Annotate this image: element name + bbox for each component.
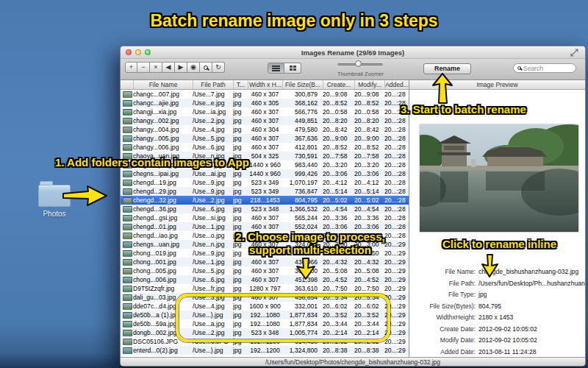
preview-body: File Name: chengde_bishushanzhuang-032.j… xyxy=(409,90,585,357)
toolbar: +−×◀▶◉↻ Thumbnail Zoomer Rename Search xyxy=(121,59,585,80)
column-header[interactable]: T... xyxy=(233,80,248,89)
minimize-window-button[interactable] xyxy=(135,49,141,55)
grid-view-button[interactable] xyxy=(284,63,301,74)
metadata-field[interactable]: File Path: /Users/fun/Desktop/Ph...husha… xyxy=(409,280,585,291)
file-thumbnail-icon xyxy=(123,118,132,124)
file-thumbnail-icon xyxy=(123,241,132,248)
file-thumbnail-icon xyxy=(123,109,132,116)
search-button[interactable] xyxy=(200,62,212,73)
table-row[interactable]: chengd...32.jpg /Use...2.jpg jpg 218...1… xyxy=(121,196,409,205)
metadata-field[interactable]: File Type: jpg xyxy=(409,291,585,302)
table-row[interactable]: D9T5tZzqfr.jpg /Use...fr.jpg jpg 1280 x … xyxy=(121,284,409,293)
file-thumbnail-icon xyxy=(123,312,132,319)
search-input[interactable]: Search xyxy=(513,63,576,73)
table-row[interactable]: chong...005.jpg /Use...5.jpg jpg 460 x 3… xyxy=(121,266,409,275)
slider-knob-icon[interactable] xyxy=(355,60,362,67)
file-thumbnail-icon xyxy=(123,250,132,257)
list-icon xyxy=(272,66,280,71)
column-header[interactable]: Create... xyxy=(323,80,354,89)
arrow-down-icon xyxy=(481,253,499,278)
column-header[interactable]: File Name xyxy=(133,80,193,89)
column-header[interactable]: File Size(B... xyxy=(282,80,323,89)
file-thumbnail-icon xyxy=(123,339,132,345)
preview-button[interactable]: ◉ xyxy=(187,62,200,73)
table-row[interactable]: chengd...gsi.jpg /Use...si.jpg jpg 460 x… xyxy=(121,213,409,222)
table-row[interactable]: chengd...36.jpg /Use...6.jpg jpg 523 x 3… xyxy=(121,205,409,213)
thumbnail-zoomer: Thumbnail Zoomer xyxy=(337,63,383,77)
view-toggle xyxy=(268,63,301,74)
magnifier-icon xyxy=(204,66,208,70)
file-thumbnail-icon xyxy=(123,135,132,142)
table-row[interactable]: chengd...19.jpg /Use...9.jpg jpg 523 x 3… xyxy=(121,178,409,187)
metadata-field[interactable]: Create Date: 2012-09-02 10:05:02 xyxy=(409,325,585,337)
table-header: File NameFile PathT...Width x H...File S… xyxy=(121,80,409,90)
file-thumbnail-icon xyxy=(123,303,132,310)
table-row[interactable]: chengd...29.jpg /Use...9.jpg jpg 523 x 3… xyxy=(121,187,409,196)
close-window-button[interactable] xyxy=(126,49,132,55)
table-row[interactable]: enterd...0(2).jpg /Use...).jpg jpg 192..… xyxy=(121,346,409,355)
search-icon xyxy=(517,66,521,70)
previous-button[interactable]: ◀ xyxy=(162,62,175,73)
list-view-button[interactable] xyxy=(268,63,284,74)
titlebar[interactable]: Images Rename (29/69 Images) xyxy=(121,46,585,59)
table-row[interactable]: changy...006.jpg /Use...6.jpg jpg 460 x … xyxy=(121,143,409,152)
column-header[interactable]: Modify... xyxy=(354,80,384,89)
metadata-field[interactable]: Added Date: 2013-08-11 11:24:28 xyxy=(409,348,585,360)
annotation-inline: Click to rename inline xyxy=(442,238,556,250)
metadata-field[interactable]: File Size(Bytes): 804,795 xyxy=(409,302,585,314)
toolbar-button-group: +−×◀▶◉↻ xyxy=(125,62,225,73)
file-thumbnail-icon xyxy=(123,188,132,195)
preview-pane: Image Preview xyxy=(409,80,585,357)
multi-selection-highlight xyxy=(176,294,390,342)
file-thumbnail-icon xyxy=(123,171,132,177)
table-row[interactable]: changji...xia.jpg /Use...ia.jpg jpg 460 … xyxy=(121,107,409,116)
table-row[interactable]: chong...001.jpg /Use...1.jpg jpg 460 x 3… xyxy=(121,258,409,266)
file-thumbnail-icon xyxy=(123,197,132,204)
window-title: Images Rename (29/69 Images) xyxy=(301,49,404,57)
metadata-field[interactable]: Modify Date: 2012-09-02 10:05:02 xyxy=(409,336,585,348)
search-placeholder: Search xyxy=(523,65,543,72)
add-button[interactable]: + xyxy=(125,62,137,73)
metadata-fields: File Name: chengde_bishushanzhuang-032.j… xyxy=(409,268,585,359)
table-row[interactable]: changy...004.jpg /Use...4.jpg jpg 460 x … xyxy=(121,125,409,134)
table-row[interactable]: chong...006.jpg /Use...6.jpg jpg 460 x 3… xyxy=(121,275,409,284)
annotation-title: Batch rename image only in 3 steps xyxy=(121,11,467,31)
thumbnail-zoomer-label: Thumbnail Zoomer xyxy=(337,71,383,77)
table-row[interactable]: chegns...ipai.jpg /Use...ai.jpg jpg 1440… xyxy=(121,169,409,178)
file-thumbnail-icon xyxy=(123,347,132,354)
arrow-down-icon xyxy=(295,257,316,280)
column-header[interactable]: File Path xyxy=(193,80,233,89)
icon-column-header[interactable] xyxy=(121,80,133,89)
annotation-step1: 1. Add folders contain images to App xyxy=(55,156,249,169)
table-row[interactable]: changc...007.jpg /Use...7.jpg jpg 460 x … xyxy=(121,90,409,99)
file-thumbnail-icon xyxy=(123,233,132,239)
file-thumbnail-icon xyxy=(123,100,132,107)
arrow-up-icon xyxy=(432,72,453,105)
table-row[interactable]: changy...005.jpg /Use...5.jpg jpg 460 x … xyxy=(121,134,409,143)
arrow-right-icon xyxy=(62,184,109,208)
selected-file-path: /Users/fun/Desktop/Photos/chengde_bishus… xyxy=(265,358,440,366)
column-header[interactable]: Width x H... xyxy=(248,80,282,89)
file-thumbnail-icon xyxy=(123,268,132,275)
folder-label: Photos xyxy=(38,210,71,218)
delete-button[interactable]: × xyxy=(150,62,162,73)
file-thumbnail-icon xyxy=(123,127,132,133)
annotation-step2: 2. Choose image to process, support mult… xyxy=(219,230,401,257)
next-button[interactable]: ▶ xyxy=(175,62,187,73)
file-thumbnail-icon xyxy=(123,286,132,292)
metadata-field[interactable]: WidthxHeight: 2180 x 1453 xyxy=(409,314,585,325)
file-thumbnail-icon xyxy=(123,224,132,230)
file-thumbnail-icon xyxy=(123,206,132,213)
annotation-step3: 3. Start to batch rename xyxy=(401,103,526,116)
refresh-button[interactable]: ↻ xyxy=(212,62,225,73)
remove-button[interactable]: − xyxy=(137,62,150,73)
window-controls xyxy=(126,49,151,55)
grid-icon xyxy=(290,66,296,71)
file-thumbnail-icon xyxy=(123,294,132,301)
zoom-window-button[interactable] xyxy=(145,49,151,55)
table-row[interactable]: changc...ajie.jpg /Use...e.jpg jpg 460 x… xyxy=(121,99,409,107)
expand-icon[interactable] xyxy=(570,49,578,57)
file-thumbnail-icon xyxy=(123,321,132,328)
column-header[interactable]: Added... xyxy=(384,80,409,89)
table-row[interactable]: changy...002.jpg /Use...2.jpg jpg 460 x … xyxy=(121,116,409,125)
